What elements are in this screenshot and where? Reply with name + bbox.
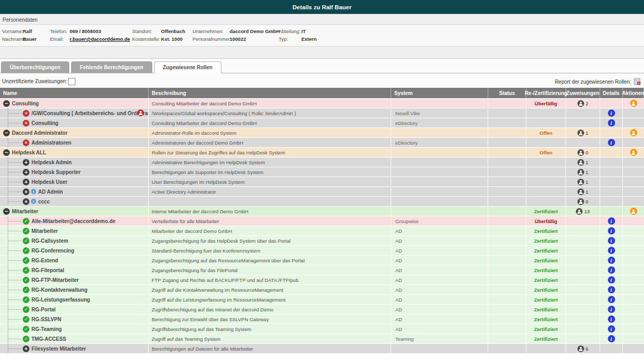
details-info-icon[interactable]: i [608,217,615,225]
system-value [391,148,488,157]
name-cell: ✕Consulting [0,118,149,128]
details-info-icon[interactable]: i [608,325,615,333]
details-cell: i [600,295,623,304]
details-cell: i [600,324,623,334]
name-cell: +Helpdesk User [0,177,149,186]
certify-action-icon[interactable] [630,149,637,156]
name-cell: ✓RG-SSLVPN [0,314,149,324]
table-row: ✓RG-SSLVPNBerechtigung zur Einwahl über … [0,314,644,324]
person-field-column: Abteilung:ITTyp:Extern [279,27,317,43]
certified-icon: ✓ [23,326,29,333]
role-name: Consulting [31,120,58,126]
assignments-count: 1 [586,189,588,195]
details-info-icon[interactable]: i [608,335,615,342]
status-value [488,275,526,285]
assignments-icon [577,159,584,166]
actions-cell [623,197,644,206]
details-info-icon[interactable]: i [608,266,615,274]
details-info-icon[interactable]: i [608,237,615,244]
assignments-cell: 6 [566,344,600,353]
role-name: Consulting [12,101,39,106]
role-description: Active Directory Administrator [149,187,391,196]
tree-connector [3,334,23,343]
person-data-section: Personendaten Vorname:RalfNachname:Bauer… [0,14,644,58]
details-info-icon[interactable]: i [608,119,615,127]
system-value [391,344,488,353]
overpermission-icon[interactable] [137,109,144,116]
role-description: Zugangsberechtigung auf das RessourceMan… [149,256,391,265]
details-cell: i [600,314,623,324]
actions-cell [623,108,644,118]
details-info-icon[interactable]: i [608,276,615,283]
email-link[interactable]: r.bauer@daccorddemo.de [70,36,130,42]
table-row: ✓Alle-Mitarbeiter@daccorddemo.deVerteile… [0,216,644,226]
expand-icon[interactable]: + [23,159,29,166]
certification-status: Zertifiziert [526,324,566,334]
role-description: Administrative Berechtigungen im HelpDes… [149,157,391,167]
details-info-icon[interactable]: i [608,227,615,234]
tree-connector [3,265,23,275]
person-fields-box: Vorname:RalfNachname:BauerTelefon:069 / … [0,24,644,46]
details-info-icon[interactable]: i [608,296,615,303]
expand-icon[interactable]: + [23,198,29,205]
tree-connector [3,167,23,177]
details-info-icon[interactable]: i [608,306,615,313]
field-value: Bauer [23,36,37,42]
certify-action-icon[interactable] [630,100,637,107]
expand-icon[interactable]: + [23,345,29,352]
details-info-icon[interactable]: i [608,109,615,117]
status-value [488,207,526,216]
name-cell: ✓RG-Extend [0,256,149,265]
tab-zugewiesene-rollen[interactable]: Zugewiesene Rollen [154,61,221,73]
collapse-icon[interactable]: − [3,208,10,215]
details-info-icon[interactable]: i [608,286,615,293]
assignments-icon [577,179,584,185]
collapse-icon[interactable]: − [3,100,10,107]
field-label: Vorname: [2,28,23,34]
field-label: Abteilung: [279,28,301,34]
expand-icon[interactable]: + [23,179,29,185]
details-info-icon[interactable]: i [608,315,615,323]
collapse-icon[interactable]: − [3,149,10,156]
tree-connector [3,118,23,128]
role-description: Administratoren der daccord Demo GmbH [149,138,391,147]
unzertifizierte-checkbox[interactable] [68,78,75,85]
report-export-icon[interactable]: A [634,78,641,85]
tab-fehlende-berechtigungen[interactable]: Fehlende Berechtigungen [71,61,152,73]
assignments-cell [566,118,600,128]
tree-connector [3,295,23,304]
details-cell: i [600,275,623,285]
assignments-cell [566,138,600,147]
table-row: ✓RG-FileportalZugangsberechtigung für da… [0,265,644,275]
certify-action-icon[interactable] [630,129,637,136]
field-value: Extern [301,36,317,42]
role-description: User Berechtigungen im HelpDesk System [149,177,391,186]
status-value [488,138,526,147]
tab--berberechtigungen[interactable]: Überberechtigungen [1,61,69,73]
details-info-icon[interactable]: i [608,247,615,254]
name-cell: +Helpdesk Supporter [0,167,149,177]
expand-icon[interactable]: + [23,188,29,195]
assignments-icon [577,130,584,136]
details-cell [600,167,623,177]
column-header-beschreibung: Beschreibung [149,88,391,98]
table-row: +Helpdesk SupporterBerechtigungen als Su… [0,167,644,177]
collapse-icon[interactable]: − [3,130,10,136]
certification-status [526,118,566,128]
role-name: Helpdesk ALL [12,150,46,155]
certification-status: Offen [526,128,566,137]
expand-icon[interactable]: + [23,169,29,176]
role-name: AD Admin [38,189,63,195]
field-value: daccord Demo GmbH [230,28,280,34]
details-info-icon[interactable]: i [608,257,615,264]
name-cell: ✓RG-Leistungserfassung [0,295,149,304]
system-value: AD [391,256,488,265]
table-row: ✓MitarbeiterMitarbeiter der daccord Demo… [0,226,644,235]
tabstrip: ÜberberechtigungenFehlende Berechtigunge… [0,61,644,73]
role-description: Zugriff auf die Leistungserfassung im Re… [149,295,391,304]
status-value [488,324,526,334]
role-description: Zugriff auf das Teaming System [149,334,391,343]
certify-action-icon[interactable] [630,208,637,215]
details-info-icon[interactable]: i [608,139,615,146]
assignments-icon [577,169,584,176]
